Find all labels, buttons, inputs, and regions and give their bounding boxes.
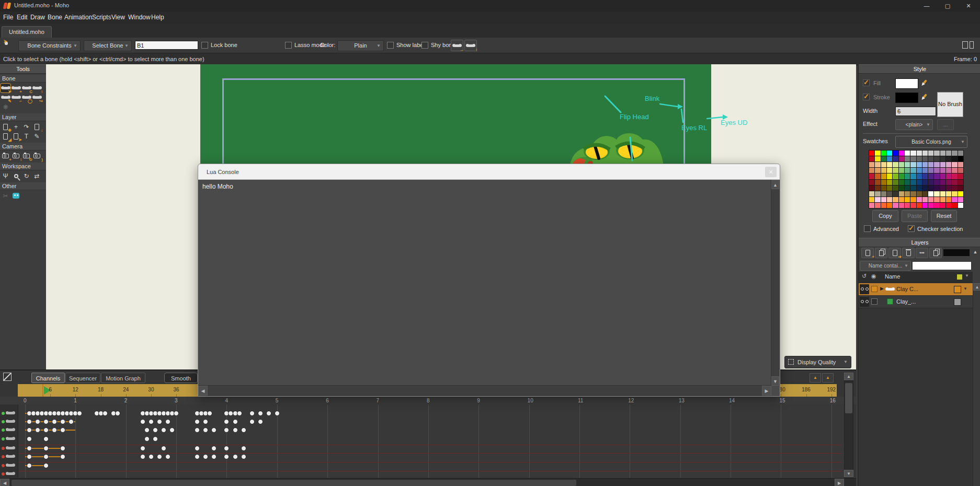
- layer-visibility-column-icon[interactable]: ◉: [871, 273, 876, 280]
- layer-header-caret-icon[interactable]: ▼: [965, 273, 969, 278]
- swatch-152[interactable]: [917, 203, 922, 208]
- swatch-1[interactable]: [875, 151, 880, 156]
- swatch-109[interactable]: [946, 186, 951, 191]
- keyframe-r1-f48[interactable]: [224, 419, 229, 424]
- tool-track-camera[interactable]: +: [1, 152, 10, 160]
- keyframe-r2-f45[interactable]: [211, 427, 216, 433]
- swatch-15[interactable]: [958, 151, 963, 156]
- tool-delete-edge[interactable]: ✂: [1, 191, 10, 200]
- lua-console-hscrollbar[interactable]: ◀ ▶: [198, 385, 771, 396]
- swatch-43[interactable]: [934, 162, 939, 167]
- tool-reparent-bone[interactable]: C: [21, 84, 31, 92]
- keyframe-r2-f33[interactable]: [161, 427, 166, 433]
- swatch-133[interactable]: [899, 197, 904, 202]
- tool-rig-wizard[interactable]: [11, 191, 21, 200]
- menu-animation[interactable]: Animation: [64, 11, 92, 24]
- swatch-41[interactable]: [922, 162, 928, 167]
- console-scroll-left-icon[interactable]: ◀: [198, 386, 208, 396]
- keyframe-r6-f5[interactable]: [43, 463, 49, 468]
- timeline-vscroll-thumb[interactable]: [845, 383, 852, 413]
- swatch-117[interactable]: [899, 191, 904, 196]
- layer-expander-icon[interactable]: ▶: [880, 286, 884, 291]
- width-input[interactable]: [895, 107, 936, 116]
- swatch-27[interactable]: [934, 156, 939, 161]
- stretch-bone-v-button[interactable]: ↕: [464, 40, 477, 51]
- channel-icon-5[interactable]: [7, 455, 14, 458]
- layer-color-swatch[interactable]: [954, 298, 961, 306]
- fill-color-swatch[interactable]: [895, 78, 918, 89]
- keyframe-r5-f34[interactable]: [165, 454, 170, 459]
- maximize-button[interactable]: ▢: [937, 0, 958, 11]
- layer-filter-input[interactable]: [912, 261, 972, 270]
- layer-caret-icon[interactable]: ▼: [963, 286, 967, 291]
- show-label-checkbox[interactable]: [387, 42, 394, 49]
- menu-view[interactable]: View: [111, 11, 125, 24]
- keyframe-up-alt-icon[interactable]: ▲: [822, 373, 834, 383]
- timeline-tab-motion-graph[interactable]: Motion Graph: [101, 373, 145, 383]
- swatch-157[interactable]: [946, 203, 951, 208]
- swatch-63[interactable]: [958, 168, 963, 173]
- swatch-76[interactable]: [940, 173, 945, 179]
- timeline-scroll-right-icon[interactable]: ▶: [835, 479, 844, 486]
- timeline-scroll-up-icon[interactable]: ▲: [844, 373, 853, 380]
- swatch-149[interactable]: [899, 203, 904, 208]
- menu-window[interactable]: Window: [128, 11, 151, 24]
- timeline-scroll-down-icon[interactable]: ▼: [844, 470, 853, 477]
- timeline-hscrollbar[interactable]: ◀ ▶: [0, 478, 856, 486]
- lua-console-close-icon[interactable]: ✕: [765, 167, 777, 177]
- timeline-tab-channels[interactable]: Channels: [31, 373, 65, 383]
- swatch-32[interactable]: [869, 162, 874, 167]
- keyframe-r0-f54[interactable]: [249, 411, 255, 416]
- layers-scroll-up-icon[interactable]: ▲: [973, 283, 980, 291]
- keyframe-r3-f31[interactable]: [153, 436, 158, 442]
- keyframe-r2-f48[interactable]: [224, 427, 229, 433]
- keyframe-r3-f5[interactable]: [43, 436, 49, 442]
- swatch-128[interactable]: [869, 197, 874, 202]
- swatch-141[interactable]: [946, 197, 951, 202]
- swatch-83[interactable]: [887, 180, 892, 185]
- swatch-144[interactable]: [869, 203, 874, 208]
- swatch-26[interactable]: [928, 156, 933, 161]
- swatch-33[interactable]: [875, 162, 880, 167]
- swatch-116[interactable]: [893, 191, 898, 196]
- swatch-115[interactable]: [887, 191, 892, 196]
- select-bone-dropdown[interactable]: Select Bone: [84, 40, 132, 51]
- bone-constraints-dropdown[interactable]: Bone Constraints: [18, 40, 81, 51]
- reset-button[interactable]: Reset: [931, 210, 957, 222]
- swatch-58[interactable]: [928, 168, 933, 173]
- swatch-55[interactable]: [910, 168, 916, 173]
- tool-eyedropper-tool[interactable]: ✎: [32, 132, 42, 141]
- layer-row-clay-c[interactable]: ▶Clay C...▼: [859, 283, 973, 296]
- swatch-134[interactable]: [905, 197, 910, 202]
- panel-layout-icon-2[interactable]: [970, 41, 974, 49]
- tool-rotate-workspace[interactable]: ↻: [21, 171, 31, 180]
- swatch-142[interactable]: [952, 197, 957, 202]
- swatch-119[interactable]: [910, 191, 916, 196]
- keyframe-r0-f60[interactable]: [275, 411, 280, 416]
- swatch-135[interactable]: [910, 197, 916, 202]
- bone-name-input[interactable]: [135, 41, 198, 50]
- swatch-11[interactable]: [934, 151, 939, 156]
- swatch-120[interactable]: [917, 191, 922, 196]
- swatch-52[interactable]: [893, 168, 898, 173]
- stroke-color-swatch[interactable]: [895, 92, 918, 103]
- swatch-0[interactable]: [869, 151, 874, 156]
- channel-icon-3[interactable]: [7, 437, 14, 440]
- swatch-53[interactable]: [899, 168, 904, 173]
- swatch-99[interactable]: [887, 186, 892, 191]
- swatch-25[interactable]: [922, 156, 928, 161]
- swatch-129[interactable]: [875, 197, 880, 202]
- tool-pan-workspace[interactable]: Ψ: [1, 171, 10, 180]
- swatch-122[interactable]: [928, 191, 933, 196]
- swatch-81[interactable]: [875, 180, 880, 185]
- swatch-75[interactable]: [934, 173, 939, 179]
- tool-zoom-camera[interactable]: ↕: [11, 152, 21, 160]
- swatch-30[interactable]: [952, 156, 957, 161]
- channel-icon-2[interactable]: [7, 429, 14, 431]
- swatch-82[interactable]: [881, 180, 886, 185]
- keyframe-r1-f56[interactable]: [258, 419, 263, 424]
- swatch-49[interactable]: [875, 168, 880, 173]
- tool-add-layer[interactable]: +: [11, 122, 21, 131]
- swatch-80[interactable]: [869, 180, 874, 185]
- swatch-93[interactable]: [946, 180, 951, 185]
